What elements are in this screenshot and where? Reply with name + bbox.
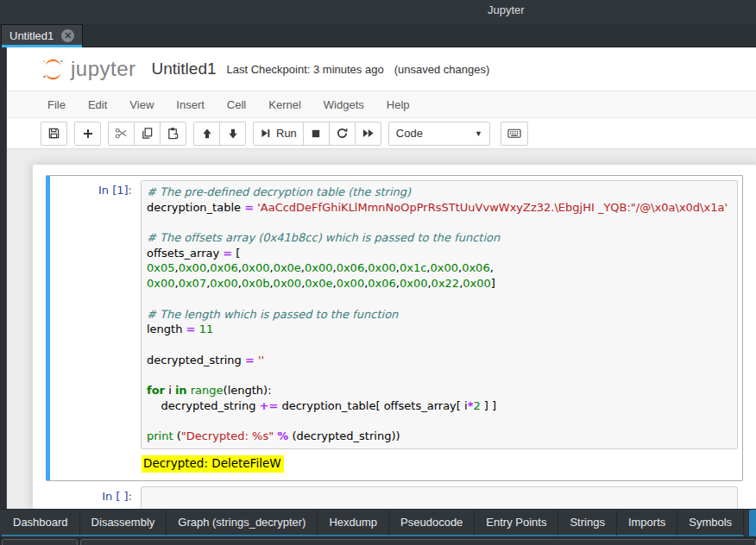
cut-cell-button[interactable]	[108, 122, 135, 146]
cell-output: Decrypted: DeleteFileW	[54, 449, 738, 476]
code-line	[147, 413, 734, 429]
save-icon	[47, 127, 60, 140]
menu-edit[interactable]: Edit	[77, 98, 118, 111]
notebook-header: jupyter Untitled1 Last Checkpoint: 3 min…	[7, 47, 756, 91]
unsaved-changes-badge: (unsaved changes)	[394, 63, 490, 76]
bottom-strip	[0, 536, 756, 545]
jupyter-notebook-panel: jupyter Untitled1 Last Checkpoint: 3 min…	[7, 47, 756, 509]
code-line: offsets_array = [	[147, 246, 734, 261]
code-line	[147, 367, 734, 383]
plus-icon	[82, 128, 94, 140]
checkpoint-status: Last Checkpoint: 3 minutes ago	[227, 63, 384, 76]
menu-kernel[interactable]: Kernel	[257, 98, 312, 111]
restart-kernel-button[interactable]	[329, 122, 356, 146]
code-line	[147, 291, 734, 307]
command-palette-button[interactable]	[501, 122, 528, 146]
move-cell-down-button[interactable]	[219, 122, 246, 146]
notebook-body: In [1]: # The pre-defined decryption tab…	[7, 149, 756, 509]
bottom-tab-symbols[interactable]: Symbols	[677, 510, 744, 536]
window-title: Jupyter	[488, 3, 525, 16]
code-line: # The length which is passed to the func…	[147, 307, 734, 323]
bottom-tabbar: DashboardDisassemblyGraph (strings_decry…	[0, 509, 756, 536]
save-button[interactable]	[41, 122, 67, 146]
code-line: print ("Decrypted: %s" % (decrypted_stri…	[147, 429, 734, 444]
menu-cell[interactable]: Cell	[216, 98, 257, 111]
active-tab-underline	[2, 45, 82, 47]
bottom-tab-imports[interactable]: Imports	[617, 510, 677, 536]
code-line: # The pre-defined decryption table (the …	[147, 185, 734, 200]
output-text-highlighted: Decrypted: DeleteFileW	[142, 455, 284, 473]
copy-cell-button[interactable]	[134, 122, 161, 146]
code-line: decrypted_string = ''	[147, 353, 734, 368]
left-splitter[interactable]	[0, 47, 7, 509]
code-editor[interactable]: # The pre-defined decryption table (the …	[141, 180, 738, 449]
bottom-tab-strings[interactable]: Strings	[558, 510, 616, 536]
restart-icon	[336, 127, 349, 140]
code-line	[147, 337, 734, 353]
fast-forward-icon	[362, 127, 375, 140]
bottom-tab-dashboard[interactable]: Dashboard	[2, 510, 80, 536]
cell-type-value: Code	[396, 127, 423, 140]
strip-box-right	[80, 539, 756, 545]
scissors-icon	[115, 127, 128, 140]
arrow-up-icon	[201, 128, 213, 140]
window-titlebar: Jupyter	[0, 0, 756, 24]
chevron-down-icon: ▼	[475, 129, 482, 138]
code-line: length = 11	[147, 322, 734, 337]
bottom-tab-jupyter[interactable]: Jupyter	[749, 510, 756, 536]
code-line	[147, 215, 734, 230]
code-line: decryption_table = 'AaCcdDeFfGhiKLlMmnNo…	[147, 200, 734, 216]
stop-icon	[310, 128, 322, 140]
cell-type-select[interactable]: Code ▼	[388, 122, 490, 146]
strip-box-left	[2, 539, 78, 545]
notebook-title[interactable]: Untitled1	[152, 60, 217, 78]
restart-run-all-button[interactable]	[355, 122, 381, 146]
jupyter-wordmark: jupyter	[71, 57, 136, 81]
bottom-tab-pseudocode[interactable]: Pseudocode	[389, 510, 475, 536]
output-prompt-spacer	[54, 455, 142, 473]
menu-file[interactable]: File	[36, 98, 77, 111]
bottom-tab-hexdump[interactable]: Hexdump	[318, 510, 389, 536]
menu-widgets[interactable]: Widgets	[312, 98, 375, 111]
run-button-label: Run	[276, 127, 297, 140]
code-line: 0x00,0x07,0x00,0x0b,0x00,0x0e,0x00,0x06,…	[147, 276, 734, 291]
bottom-tab-entry-points[interactable]: Entry Points	[475, 510, 558, 536]
empty-input-prompt: In [ ]:	[54, 486, 141, 509]
move-cell-up-button[interactable]	[193, 122, 220, 146]
code-line: decrypted_string += decryption_table[ of…	[147, 398, 734, 414]
code-line: 0x05,0x00,0x06,0x00,0x0e,0x00,0x06,0x00,…	[147, 260, 734, 276]
notebook-toolbar: Run	[7, 118, 756, 149]
keyboard-icon	[507, 127, 521, 140]
main-area: jupyter Untitled1 Last Checkpoint: 3 min…	[0, 47, 756, 509]
arrow-down-icon	[227, 128, 239, 140]
input-prompt: In [1]:	[54, 180, 141, 449]
doc-tabbar: Untitled1 ✕	[0, 24, 756, 47]
copy-icon	[141, 127, 154, 140]
add-cell-button[interactable]	[74, 122, 101, 146]
code-line: # The offsets array (0x41b8cc) which is …	[147, 230, 734, 246]
menu-insert[interactable]: Insert	[165, 98, 216, 111]
jupyter-logo-icon	[41, 57, 66, 82]
paste-cell-button[interactable]	[160, 122, 186, 146]
menu-view[interactable]: View	[118, 98, 165, 111]
bottom-tab-disassembly[interactable]: Disassembly	[80, 510, 167, 536]
step-forward-icon	[260, 128, 271, 139]
run-button[interactable]: Run	[253, 122, 304, 146]
close-icon[interactable]: ✕	[61, 29, 74, 42]
code-line: for i in range(length):	[147, 383, 734, 398]
menu-help[interactable]: Help	[375, 98, 421, 111]
code-cell-2[interactable]: In [ ]:	[46, 482, 743, 509]
bottom-tab-graph-strings-decrypter[interactable]: Graph (strings_decrypter)	[167, 510, 318, 536]
doc-tab-label: Untitled1	[9, 29, 54, 42]
interrupt-kernel-button[interactable]	[303, 122, 330, 146]
notebook-container: In [1]: # The pre-defined decryption tab…	[33, 165, 756, 509]
code-cell-1[interactable]: In [1]: # The pre-defined decryption tab…	[46, 175, 743, 481]
doc-tab-untitled1[interactable]: Untitled1 ✕	[1, 24, 83, 47]
paste-icon	[167, 127, 180, 140]
menu-bar: FileEditViewInsertCellKernelWidgetsHelp	[7, 91, 756, 118]
empty-code-editor[interactable]	[141, 486, 738, 509]
